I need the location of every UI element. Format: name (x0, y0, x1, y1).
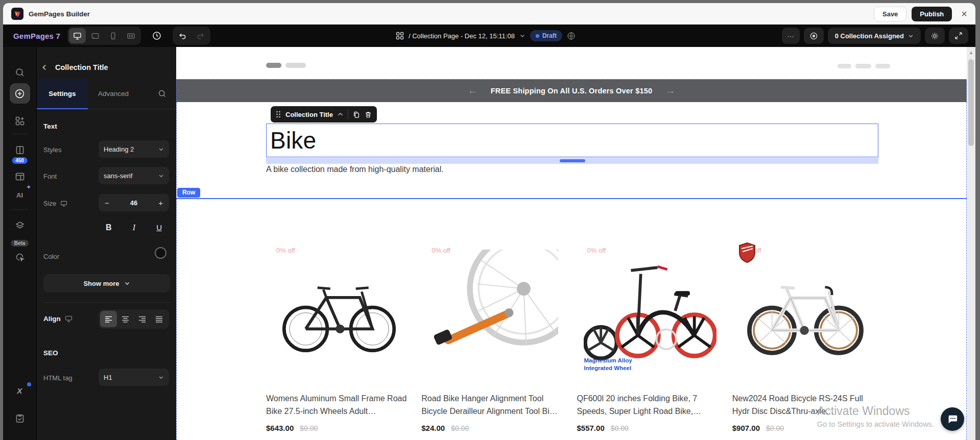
size-minus-button[interactable]: − (105, 199, 109, 207)
bold-button[interactable]: B (106, 223, 112, 232)
announcement-prev-icon[interactable]: ← (468, 85, 477, 96)
align-right-button[interactable] (134, 311, 151, 327)
row-label-chip[interactable]: Row (177, 188, 200, 198)
canvas-scrollbar[interactable]: ▲ (967, 47, 975, 440)
spacing-drag-handle[interactable] (560, 159, 585, 162)
font-select[interactable]: sans-serif (99, 167, 169, 184)
header-skeleton-logo (285, 63, 306, 68)
underline-button[interactable]: U (156, 223, 162, 232)
checklist-icon[interactable] (13, 411, 27, 426)
activate-windows-watermark: Go to Settings to activate Windows. (817, 420, 934, 428)
product-grid: 0% off Womens Aluminum Small Frame Road … (266, 239, 878, 432)
chevron-up-icon[interactable] (338, 112, 343, 116)
trash-icon[interactable] (365, 111, 372, 118)
product-price: $557.00 (577, 424, 605, 432)
desktop-device-button[interactable] (69, 28, 86, 43)
status-badge[interactable]: Draft (530, 30, 562, 41)
collection-description[interactable]: A bike collection made from high-quality… (266, 165, 444, 174)
mobile-device-button[interactable] (105, 28, 122, 43)
product-price: $907.00 (732, 424, 760, 432)
size-value[interactable]: 46 (130, 199, 137, 207)
chat-widget-button[interactable] (941, 407, 964, 431)
italic-button[interactable]: I (133, 223, 135, 232)
more-options-button[interactable]: ··· (782, 28, 800, 44)
toolbar-divider (348, 110, 348, 119)
drag-handle-icon[interactable] (276, 111, 281, 118)
align-justify-button[interactable] (151, 311, 168, 327)
ai-assistant-icon[interactable]: AI✦ (13, 188, 27, 202)
breadcrumb[interactable]: / Collection Page - Dec 12, 15:11:08 (409, 32, 515, 40)
spacing-indicator (266, 158, 878, 164)
size-plus-button[interactable]: + (158, 199, 163, 207)
settings-gear-icon[interactable] (925, 28, 945, 44)
collection-assigned-dropdown[interactable]: 0 Collection Assigned (828, 28, 921, 44)
product-image: 0% off (421, 239, 567, 377)
compare-price: $0.00 (451, 424, 469, 432)
app-title: GemPages Builder (29, 10, 90, 18)
publish-button[interactable]: Publish (912, 7, 952, 21)
undo-button[interactable] (174, 28, 191, 43)
panel-search-icon[interactable] (148, 79, 176, 109)
product-title: Womens Aluminum Small Frame Road Bike 27… (266, 393, 412, 418)
html-tag-select[interactable]: H1 (99, 369, 169, 386)
align-left-button[interactable] (100, 311, 117, 327)
product-card[interactable]: 0% off (732, 239, 878, 432)
product-image: 0% off (577, 239, 723, 377)
seo-section-title: SEO (43, 349, 58, 357)
back-chevron-icon[interactable] (37, 64, 52, 71)
fullscreen-icon[interactable] (949, 28, 968, 44)
discount-badge: 0% off (276, 247, 295, 254)
responsive-width-button[interactable] (123, 28, 139, 43)
header-skeleton-nav (838, 64, 851, 68)
titlebar: GemPages Builder Save Publish × (3, 3, 975, 25)
chevron-down-icon[interactable] (519, 33, 525, 39)
show-more-button[interactable]: Show more (43, 274, 170, 292)
compare-price: $0.00 (300, 424, 318, 432)
size-label: Size (43, 200, 67, 207)
styles-select[interactable]: Heading 2 (99, 140, 169, 158)
collection-title-element[interactable]: Bike (266, 124, 878, 157)
desktop-mini-icon (60, 200, 67, 207)
search-icon[interactable] (13, 65, 27, 80)
gempages-version-label: GemPages 7 (13, 32, 60, 40)
color-swatch[interactable] (155, 247, 166, 259)
scrollbar-thumb[interactable] (968, 59, 974, 146)
interactions-icon[interactable] (13, 250, 27, 264)
tablet-device-button[interactable] (87, 28, 104, 43)
save-button[interactable]: Save (874, 7, 906, 21)
globe-icon[interactable] (567, 32, 576, 40)
history-icon[interactable] (148, 28, 165, 44)
browser-window-icon[interactable] (13, 169, 27, 184)
templates-icon[interactable] (13, 143, 27, 157)
brand-x-icon[interactable]: x (13, 383, 27, 398)
close-icon[interactable]: × (961, 9, 967, 19)
redo-button[interactable] (192, 28, 209, 43)
product-card[interactable]: 0% off Womens Aluminum Small Frame Road … (266, 239, 412, 432)
activate-windows-watermark: Activate Windows (817, 404, 910, 418)
product-card[interactable]: 0% off (577, 239, 723, 432)
rail-divider (12, 134, 28, 134)
duplicate-icon[interactable] (353, 111, 360, 118)
align-center-button[interactable] (117, 311, 134, 327)
pages-grid-icon[interactable] (396, 32, 404, 40)
compare-price: $0.00 (611, 424, 629, 432)
product-image: 0% off (732, 239, 878, 377)
scroll-up-icon[interactable]: ▲ (969, 50, 973, 55)
element-toolbar: Collection Title (271, 106, 377, 123)
editor-canvas: ← FREE Shipping On All U.S. Orders Over … (176, 47, 975, 440)
discount-badge: 0% off (432, 247, 450, 254)
chevron-down-icon (158, 173, 164, 179)
device-switcher (67, 27, 141, 45)
collection-heading[interactable]: Bike (267, 127, 316, 154)
tab-advanced[interactable]: Advanced (88, 79, 139, 109)
layers-icon[interactable] (13, 218, 27, 233)
add-element-button[interactable] (10, 83, 30, 104)
announcement-next-icon[interactable]: → (665, 85, 675, 96)
product-card[interactable]: 0% off Road Bike (421, 239, 567, 432)
size-stepper: − 46 + (99, 194, 169, 211)
bike-photo (742, 255, 869, 362)
preview-icon[interactable] (804, 28, 824, 44)
announcement-bar[interactable]: ← FREE Shipping On All U.S. Orders Over … (176, 79, 967, 102)
sections-library-icon[interactable] (13, 114, 27, 128)
tab-settings[interactable]: Settings (37, 79, 88, 109)
